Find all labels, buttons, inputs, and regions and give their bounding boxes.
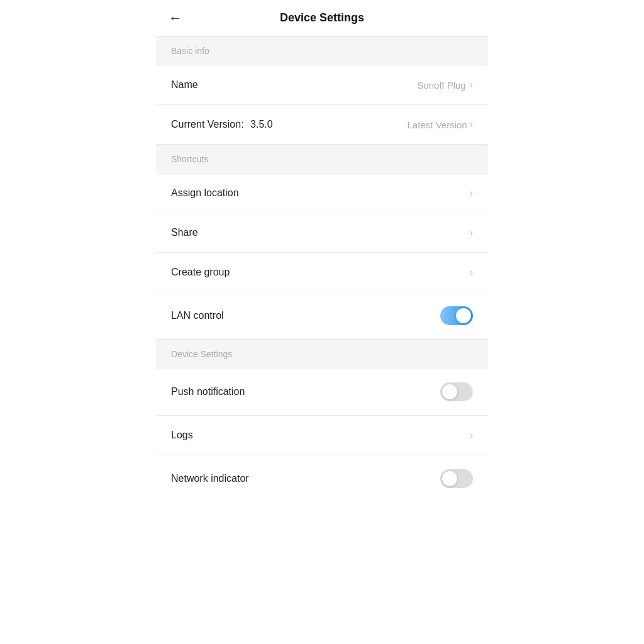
chevron-icon: › [470, 119, 473, 130]
row-push-notification[interactable]: Push notification [156, 369, 488, 416]
chevron-icon: › [470, 227, 473, 238]
row-share[interactable]: Share › [156, 213, 488, 253]
logs-label: Logs [171, 430, 193, 441]
lan-control-label: LAN control [171, 310, 224, 321]
chevron-icon: › [470, 187, 473, 199]
chevron-icon: › [470, 267, 473, 278]
assign-location-label: Assign location [171, 187, 239, 199]
assign-location-right: › [470, 187, 473, 199]
lan-control-toggle[interactable] [440, 306, 473, 325]
latest-version-label: Latest Version [408, 119, 467, 130]
section-basic-info: Basic info [156, 36, 488, 65]
toggle-thumb [442, 384, 457, 399]
chevron-icon: › [470, 79, 473, 91]
network-indicator-label: Network indicator [171, 473, 249, 484]
row-logs[interactable]: Logs › [156, 416, 488, 455]
header: ← Device Settings [156, 0, 488, 36]
row-create-group[interactable]: Create group › [156, 253, 488, 292]
push-notification-label: Push notification [171, 386, 245, 397]
toggle-thumb [456, 308, 471, 323]
logs-right: › [470, 430, 473, 441]
page-container: ← Device Settings Basic info Name Sonoff… [156, 0, 488, 644]
section-device-settings: Device Settings [156, 340, 488, 369]
row-network-indicator[interactable]: Network indicator [156, 455, 488, 502]
push-notification-toggle[interactable] [440, 382, 473, 401]
version-label: Current Version: 3.5.0 [171, 119, 273, 130]
row-assign-location[interactable]: Assign location › [156, 174, 488, 213]
share-right: › [470, 227, 473, 238]
page-title: Device Settings [280, 11, 364, 25]
name-value: Sonoff Plug [417, 80, 465, 91]
version-right[interactable]: Latest Version › [408, 119, 473, 130]
back-button[interactable]: ← [169, 10, 182, 26]
row-version: Current Version: 3.5.0 Latest Version › [156, 105, 488, 145]
row-name[interactable]: Name Sonoff Plug › [156, 65, 488, 105]
row-name-right: Sonoff Plug › [417, 79, 473, 91]
row-name-label: Name [171, 79, 198, 91]
create-group-label: Create group [171, 267, 230, 278]
back-icon: ← [169, 10, 182, 26]
toggle-thumb [442, 471, 457, 486]
row-lan-control[interactable]: LAN control [156, 292, 488, 340]
create-group-right: › [470, 267, 473, 278]
section-shortcuts: Shortcuts [156, 145, 488, 174]
network-indicator-toggle[interactable] [440, 469, 473, 488]
chevron-icon: › [470, 430, 473, 441]
share-label: Share [171, 227, 198, 238]
